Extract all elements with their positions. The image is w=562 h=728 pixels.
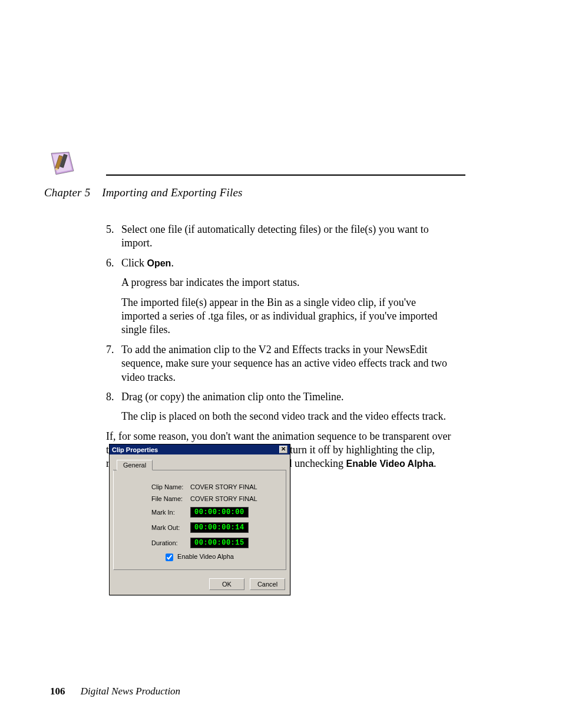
step-number: 5. xyxy=(106,223,114,236)
enable-video-alpha-text: Enable Video Alpha xyxy=(177,553,234,560)
field-mark-out: Mark Out: 00:00:00:14 xyxy=(120,522,280,533)
chapter-icon xyxy=(50,151,75,176)
mark-in-value[interactable]: 00:00:00:00 xyxy=(190,507,249,518)
page-number: 106 xyxy=(50,686,65,697)
step-text: Drag (or copy) the animation clip onto t… xyxy=(121,390,454,404)
page-footer: 106 Digital News Production xyxy=(50,686,180,697)
enable-video-alpha-row: Enable Video Alpha xyxy=(120,553,280,561)
field-clip-name: Clip Name: COVER STORY FINAL xyxy=(120,483,280,490)
step-number: 6. xyxy=(106,256,114,270)
clip-name-value: COVER STORY FINAL xyxy=(190,483,257,490)
step-text: Select one file (if automatically detect… xyxy=(121,223,454,251)
chapter-heading: Chapter 5 Importing and Exporting Files xyxy=(44,186,243,199)
enable-video-alpha-label: Enable Video Alpha xyxy=(346,459,434,469)
field-file-name: File Name: COVER STORY FINAL xyxy=(120,495,280,502)
step-5: 5. Select one file (if automatically det… xyxy=(106,223,454,251)
cancel-button[interactable]: Cancel xyxy=(250,578,285,590)
close-icon[interactable]: ✕ xyxy=(279,446,287,453)
step-7: 7. To add the animation clip to the V2 a… xyxy=(106,343,454,384)
field-mark-in: Mark In: 00:00:00:00 xyxy=(120,507,280,518)
file-name-value: COVER STORY FINAL xyxy=(190,495,257,502)
enable-video-alpha-checkbox[interactable] xyxy=(166,554,173,561)
step-6: 6. Click Open. A progress bar indicates … xyxy=(106,256,454,337)
tab-panel-general: Clip Name: COVER STORY FINAL File Name: … xyxy=(113,470,286,570)
field-duration: Duration: 00:00:00:15 xyxy=(120,538,280,548)
duration-value[interactable]: 00:00:00:15 xyxy=(190,538,249,548)
file-name-label: File Name: xyxy=(120,495,190,502)
mark-out-label: Mark Out: xyxy=(120,524,190,531)
dialog-title-text: Clip Properties xyxy=(112,446,158,453)
mark-out-value[interactable]: 00:00:00:14 xyxy=(190,522,249,533)
mark-in-label: Mark In: xyxy=(120,509,190,516)
chapter-title: Importing and Exporting Files xyxy=(102,186,243,199)
step-8: 8. Drag (or copy) the animation clip ont… xyxy=(106,390,454,424)
step-subtext: The imported file(s) appear in the Bin a… xyxy=(121,296,454,337)
step-subtext: The clip is placed on both the second vi… xyxy=(121,410,454,423)
dialog-titlebar[interactable]: Clip Properties ✕ xyxy=(110,444,290,454)
duration-label: Duration: xyxy=(120,539,190,546)
step-text: To add the animation clip to the V2 and … xyxy=(121,343,454,384)
chapter-label: Chapter 5 xyxy=(44,186,90,199)
clip-properties-dialog: Clip Properties ✕ General Clip Name: COV… xyxy=(109,444,290,595)
open-label: Open xyxy=(147,258,171,268)
footer-title: Digital News Production xyxy=(81,686,180,697)
step-text: Click Open. xyxy=(121,256,454,270)
ok-button[interactable]: OK xyxy=(209,578,244,590)
clip-name-label: Clip Name: xyxy=(120,483,190,490)
step-number: 7. xyxy=(106,343,114,357)
tab-general[interactable]: General xyxy=(117,460,153,470)
tab-strip: General xyxy=(113,459,286,470)
step-subtext: A progress bar indicates the import stat… xyxy=(121,276,454,289)
header-divider xyxy=(106,174,465,176)
step-number: 8. xyxy=(106,390,114,404)
